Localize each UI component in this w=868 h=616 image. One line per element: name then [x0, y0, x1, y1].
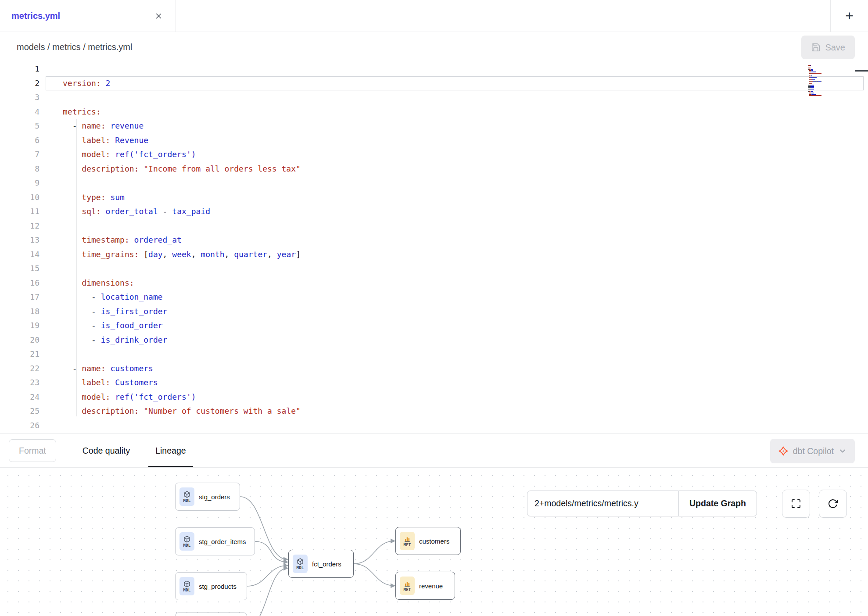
line-number: 25 — [0, 404, 39, 419]
line-number: 18 — [0, 304, 39, 319]
editor-line[interactable]: 11 sql: order_total - tax_paid — [0, 204, 868, 219]
code-text: - is_food_order — [39, 319, 163, 333]
minimap-line — [808, 91, 831, 92]
line-number: 15 — [0, 261, 39, 276]
code-text: description: "Income from all orders les… — [39, 162, 301, 176]
editor-line[interactable]: 15 — [0, 261, 868, 276]
line-number: 17 — [0, 290, 39, 304]
editor-line[interactable]: 13 timestamp: ordered_at — [0, 233, 868, 247]
editor-line[interactable]: 1 — [0, 62, 868, 76]
editor-line[interactable]: 7 model: ref('fct_orders') — [0, 147, 868, 162]
code-editor[interactable]: 12version: 234metrics:5 - name: revenue6… — [0, 62, 868, 433]
minimap-line — [808, 77, 831, 78]
editor-line[interactable]: 4metrics: — [0, 105, 868, 119]
model-selector-group: Update Graph — [527, 491, 757, 516]
editor-line[interactable]: 12 — [0, 219, 868, 233]
save-icon — [811, 43, 821, 52]
refresh-button[interactable] — [819, 490, 847, 518]
editor-line[interactable]: 24 model: ref('fct_orders') — [0, 390, 868, 405]
editor-line[interactable]: 17 - location_name — [0, 290, 868, 304]
minimap-line — [808, 73, 831, 74]
editor-line[interactable]: 20 - is_drink_order — [0, 333, 868, 347]
code-text: - location_name — [39, 290, 163, 304]
fullscreen-button[interactable] — [782, 490, 810, 518]
line-number: 4 — [0, 105, 39, 119]
lineage-edge-fct_orders-to-customers — [354, 541, 395, 564]
editor-line[interactable]: 6 label: Revenue — [0, 133, 868, 148]
editor-line[interactable]: 5 - name: revenue — [0, 119, 868, 133]
editor-line[interactable]: 21 — [0, 347, 868, 362]
code-text: timestamp: ordered_at — [39, 233, 182, 247]
tab-lineage[interactable]: Lineage — [155, 434, 186, 467]
dbt-copilot-icon — [778, 446, 789, 456]
lineage-canvas[interactable]: Update Graph MDLstg_ordersMDLstg_order_i… — [0, 468, 868, 616]
line-number: 6 — [0, 133, 39, 148]
line-number: 22 — [0, 362, 39, 376]
editor-line[interactable]: 3 — [0, 90, 868, 105]
minimap-line — [808, 65, 831, 66]
code-text: version: 2 — [39, 76, 110, 91]
scrollbar-marker[interactable] — [855, 70, 868, 72]
lineage-node-fct_orders[interactable]: MDLfct_orders — [288, 550, 354, 578]
node-label: stg_order_items — [199, 538, 246, 545]
line-number: 12 — [0, 219, 39, 233]
model-selector-input[interactable] — [527, 491, 679, 516]
editor-line[interactable]: 25 description: "Number of customers wit… — [0, 404, 868, 419]
editor-line[interactable]: 2version: 2 — [0, 76, 868, 91]
editor-line[interactable]: 19 - is_food_order — [0, 319, 868, 333]
indent-guide — [76, 119, 77, 416]
tab-strip-empty — [176, 0, 830, 32]
file-header: models / metrics / metrics.yml Save — [0, 32, 868, 62]
code-text: - name: customers — [39, 362, 153, 376]
lineage-node-stg_products[interactable]: MDLstg_products — [175, 572, 247, 600]
editor-line[interactable]: 8 description: "Income from all orders l… — [0, 162, 868, 176]
save-label: Save — [825, 43, 845, 53]
line-number: 5 — [0, 119, 39, 133]
lineage-edge-stg_order_items-to-fct_orders — [255, 541, 287, 562]
node-type-badge: MDL — [183, 543, 191, 548]
editor-line[interactable]: 26 — [0, 419, 868, 433]
editor-line[interactable]: 16 dimensions: — [0, 276, 868, 290]
editor-line[interactable]: 18 - is_first_order — [0, 304, 868, 319]
lineage-node-stg_partial[interactable]: MDL — [175, 612, 247, 616]
node-label: revenue — [419, 582, 443, 590]
minimap-line — [808, 64, 831, 64]
minimap-line — [808, 90, 831, 91]
model-icon: MDL — [179, 532, 194, 551]
new-tab-button[interactable]: + — [830, 0, 868, 32]
minimap-line — [808, 95, 831, 96]
editor-line[interactable]: 10 type: sum — [0, 190, 868, 205]
code-text: - is_drink_order — [39, 333, 167, 347]
line-number: 9 — [0, 176, 39, 190]
metric-icon: MET — [400, 577, 415, 595]
code-text: time_grains: [day, week, month, quarter,… — [39, 247, 301, 262]
editor-line[interactable]: 14 time_grains: [day, week, month, quart… — [0, 247, 868, 262]
node-type-badge: MDL — [297, 566, 304, 570]
panel-tabs: Code quality Lineage — [82, 434, 212, 467]
tab-code-quality[interactable]: Code quality — [82, 434, 130, 467]
refresh-icon — [828, 498, 838, 509]
breadcrumb: models / metrics / metrics.yml — [17, 42, 132, 52]
minimap-line — [808, 69, 831, 70]
editor-line[interactable]: 9 — [0, 176, 868, 190]
code-text: dimensions: — [39, 276, 134, 290]
update-graph-button[interactable]: Update Graph — [679, 491, 757, 516]
node-type-badge: MDL — [183, 498, 191, 503]
save-button[interactable]: Save — [801, 36, 855, 59]
editor-line[interactable]: 23 label: Customers — [0, 376, 868, 390]
minimap-line — [808, 97, 831, 97]
lineage-node-customers[interactable]: METcustomers — [395, 527, 461, 555]
line-number: 24 — [0, 390, 39, 405]
lineage-node-stg_order_items[interactable]: MDLstg_order_items — [175, 527, 255, 555]
close-icon[interactable] — [155, 12, 162, 20]
lineage-node-stg_orders[interactable]: MDLstg_orders — [175, 483, 240, 511]
lineage-node-revenue[interactable]: METrevenue — [395, 572, 455, 600]
dbt-copilot-button[interactable]: dbt Copilot — [770, 439, 855, 463]
copilot-label: dbt Copilot — [793, 446, 834, 456]
lineage-edge-stg_partial-to-fct_orders — [247, 568, 287, 616]
minimap[interactable] — [808, 64, 831, 98]
editor-line[interactable]: 22 - name: customers — [0, 362, 868, 376]
tab-metrics-yml[interactable]: metrics.yml — [0, 0, 176, 32]
code-text: - is_first_order — [39, 304, 167, 319]
format-button[interactable]: Format — [9, 439, 56, 462]
